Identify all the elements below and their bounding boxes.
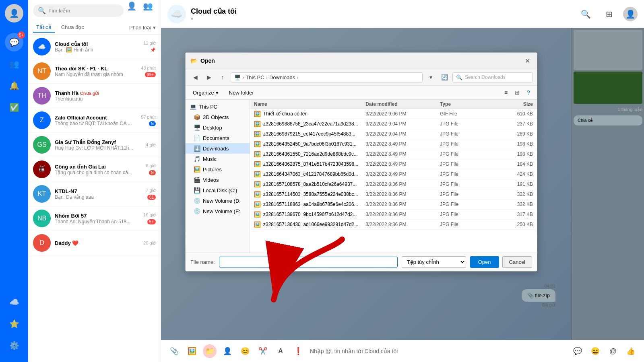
sidebar-item-contacts[interactable]: 👥 bbox=[5, 55, 23, 73]
forward-button[interactable]: ▶ bbox=[203, 72, 215, 83]
tree-item-documents[interactable]: 📄 Documents bbox=[186, 133, 250, 143]
thumbsup-button[interactable]: 👍 bbox=[624, 344, 638, 358]
list-view-button[interactable]: ≡ bbox=[501, 87, 511, 98]
help-button[interactable]: ? bbox=[523, 87, 534, 98]
table-row[interactable]: 🖼️ z3281664362875_8741e517b4723843598...… bbox=[250, 159, 537, 169]
tree-item-newvolume-e[interactable]: 💿 New Volume (E: bbox=[186, 206, 250, 216]
sidebar-item-tasks[interactable]: ✅ bbox=[5, 98, 23, 117]
reminder-button[interactable]: ❗ bbox=[291, 344, 305, 358]
file-button[interactable]: 📁 bbox=[203, 344, 217, 358]
tree-item-videos[interactable]: 🎬 Videos bbox=[186, 175, 250, 185]
search-input[interactable] bbox=[48, 8, 119, 14]
list-item[interactable]: KT KTDL-N7 Bạn: Dạ vắng aaa 7 giờ 61 bbox=[28, 182, 161, 206]
view-toggle-button[interactable]: ⊞ bbox=[600, 5, 618, 23]
tab-all[interactable]: Tất cả bbox=[33, 23, 55, 33]
sticker-button[interactable]: 😄 bbox=[588, 344, 602, 358]
mention-button[interactable]: 💬 bbox=[571, 344, 584, 358]
col-header-name[interactable]: Name bbox=[254, 101, 365, 107]
sidebar-item-settings[interactable]: ⚙️ bbox=[5, 336, 23, 355]
new-folder-button[interactable]: New folder bbox=[225, 88, 258, 97]
dropdown-button[interactable]: ▾ bbox=[425, 72, 436, 83]
screenshot-button[interactable]: ✂️ bbox=[256, 344, 270, 358]
list-item[interactable]: 🏛 Công an tỉnh Gia Lai Tặng quà cho gia … bbox=[28, 157, 161, 182]
table-row[interactable]: 🖼️ z3281664347063_c41217847689bb65d0d...… bbox=[250, 169, 537, 179]
path-downloads[interactable]: Downloads bbox=[269, 74, 295, 80]
chat-meta: 20 giờ bbox=[143, 241, 156, 246]
contact-button[interactable]: 👤 bbox=[221, 344, 234, 358]
table-row[interactable]: 🖼️ z3281664361550_7216ae2d9de868bdc9c...… bbox=[250, 149, 537, 159]
tree-item-music[interactable]: 🎵 Music bbox=[186, 154, 250, 164]
file-size: 198 KB bbox=[496, 141, 533, 147]
filename-input[interactable] bbox=[219, 257, 398, 267]
unread-badge: N bbox=[149, 170, 156, 175]
sidebar-item-messages[interactable]: 💬 5+ bbox=[5, 33, 23, 51]
table-row[interactable]: 🖼️ Thiết kế chưa có tên 3/22/2022 9:06 P… bbox=[250, 109, 537, 119]
tree-item-downloads[interactable]: ⬇️ Downloads bbox=[186, 143, 250, 154]
sidebar-item-cloud[interactable]: ☁️ bbox=[5, 293, 23, 311]
unread-badge: 99+ bbox=[145, 72, 156, 77]
list-item[interactable]: NB Nhóm Bơi 57 Thanh An: Nguyễn Thanh An… bbox=[28, 206, 161, 231]
list-item[interactable]: TH Thanh Hà Chưa gửi Thenkiuuuuu bbox=[28, 84, 161, 108]
newvolume-e-icon: 💿 bbox=[194, 208, 200, 214]
file-icon: 🖼️ bbox=[254, 121, 261, 127]
add-friend-button[interactable]: 👤+ bbox=[127, 4, 140, 17]
search-button[interactable]: 🔍 bbox=[576, 5, 595, 23]
search-bar[interactable]: 🔍 bbox=[33, 4, 124, 17]
organize-button[interactable]: Organize ▾ bbox=[189, 88, 223, 97]
table-row[interactable]: 🖼️ z3281657136430_ad1066ee993291d47d2...… bbox=[250, 220, 537, 230]
user-avatar[interactable]: 👤 bbox=[5, 4, 23, 23]
list-item[interactable]: D Daddy ❤️ 20 giờ bbox=[28, 231, 161, 255]
up-button[interactable]: ↑ bbox=[217, 72, 228, 83]
table-row[interactable]: 🖼️ z3281657118863_aa04a9b6785e6e4c206...… bbox=[250, 200, 537, 210]
image-button[interactable]: 🖼️ bbox=[185, 344, 199, 358]
tree-item-3dobjects[interactable]: 📦 3D Objects bbox=[186, 112, 250, 122]
filetype-select[interactable]: Tệp tùy chỉnh bbox=[402, 256, 466, 268]
list-item[interactable]: ☁️ Cloud của tôi Bạn: 🖼️ Hình ảnh 11 giờ… bbox=[28, 35, 161, 59]
details-view-button[interactable]: ⊞ bbox=[512, 87, 522, 98]
col-header-date[interactable]: Date modified bbox=[365, 101, 440, 107]
cancel-button[interactable]: Cancel bbox=[502, 256, 532, 268]
filter-button[interactable]: Phân loại ▾ bbox=[129, 23, 156, 33]
at-button[interactable]: @ bbox=[606, 344, 620, 358]
tree-item-desktop[interactable]: 🖥️ Desktop bbox=[186, 122, 250, 133]
table-row[interactable]: 🖼️ z3281657114503_3588a7555e224e030bc...… bbox=[250, 189, 537, 200]
user-avatar-right[interactable]: 👤 bbox=[623, 7, 638, 21]
sidebar-item-favorites[interactable]: ⭐ bbox=[5, 315, 23, 333]
table-row[interactable]: 🖼️ z3281664352450_9a7bdc06f3b0187c931...… bbox=[250, 139, 537, 149]
attach-button[interactable]: 📎 bbox=[167, 344, 181, 358]
open-button[interactable]: Open bbox=[470, 256, 499, 268]
address-path[interactable]: 🖥️ › This PC › Downloads › bbox=[231, 72, 423, 82]
refresh-button[interactable]: 🔄 bbox=[439, 72, 450, 83]
file-rows-container: 🖼️ Thiết kế chưa có tên 3/22/2022 9:06 P… bbox=[250, 109, 537, 230]
list-item[interactable]: NT Theo dõi SK - F1 - KL Nam Nguyễn đã t… bbox=[28, 59, 161, 84]
search-box[interactable]: 🔍 Search Downloads bbox=[452, 72, 533, 82]
message-input[interactable] bbox=[310, 348, 566, 354]
table-row[interactable]: 🖼️ z3281669879215_eef417eec9b45f54883...… bbox=[250, 129, 537, 139]
table-row[interactable]: 🖼️ z3281657108578_8ae2b510cfe26a64937...… bbox=[250, 179, 537, 189]
col-header-size[interactable]: Size bbox=[496, 101, 533, 107]
sidebar-item-notifications[interactable]: 🔔 bbox=[5, 76, 23, 95]
avatar: GS bbox=[33, 136, 51, 154]
tree-item-thispc[interactable]: 💻 This PC bbox=[186, 101, 250, 112]
path-thispc[interactable]: This PC bbox=[246, 74, 264, 80]
text-style-button[interactable]: A bbox=[274, 344, 287, 358]
file-type: JPG File bbox=[440, 161, 496, 167]
list-item[interactable]: Z Zalo Official Account Thông báo từ BQT… bbox=[28, 108, 161, 133]
dialog-close-button[interactable]: ✕ bbox=[522, 56, 532, 66]
file-type: JPG File bbox=[440, 181, 496, 187]
chat-name: Thanh Hà Chưa gửi bbox=[55, 90, 152, 96]
avatar: NT bbox=[33, 62, 51, 80]
tree-item-pictures[interactable]: 🖼️ Pictures bbox=[186, 164, 250, 175]
back-button[interactable]: ◀ bbox=[190, 72, 201, 83]
tree-item-localdisk[interactable]: 💾 Local Disk (C:) bbox=[186, 185, 250, 195]
table-row[interactable]: 🖼️ z3281669888758_23ca47e22ea71a9d238...… bbox=[250, 119, 537, 129]
file-icon: 🖼️ bbox=[254, 201, 261, 208]
col-header-type[interactable]: Type bbox=[440, 101, 496, 107]
tab-unread[interactable]: Chưa đọc bbox=[58, 23, 87, 33]
list-item[interactable]: GS Gia Sư Thần Đồng Zenyf Huệ Huệ Gv: LỚ… bbox=[28, 133, 161, 157]
emoji-button[interactable]: 😊 bbox=[238, 344, 252, 358]
file-date: 3/22/2022 8:36 PM bbox=[365, 222, 440, 227]
tree-item-newvolume-d[interactable]: 💿 New Volume (D: bbox=[186, 195, 250, 206]
add-group-button[interactable]: 👥+ bbox=[143, 4, 156, 17]
table-row[interactable]: 🖼️ z3281657139670_9bc14596f7b612d47d2...… bbox=[250, 210, 537, 220]
